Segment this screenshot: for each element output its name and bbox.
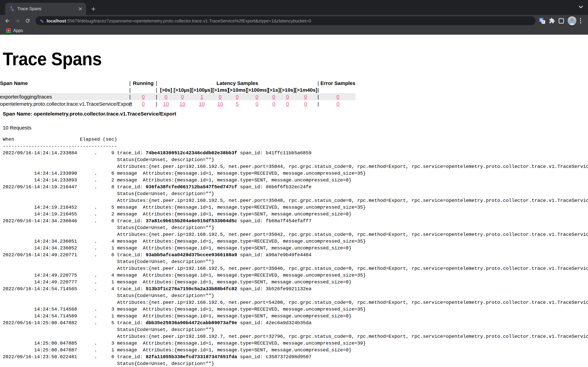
separator: | xyxy=(128,86,132,93)
trace-id: 74be418390512c42346cddb02e38bb3f xyxy=(146,150,237,156)
latency-count-cell: 0 xyxy=(280,93,295,100)
empty-cell xyxy=(132,86,155,93)
latency-count-link[interactable]: 0 xyxy=(304,94,307,100)
latency-count-cell: 0 xyxy=(295,100,316,107)
browser-menu-icon[interactable] xyxy=(580,18,581,24)
url-path: :55679/debug/tracez?zspanname=openteleme… xyxy=(66,18,311,23)
latency-count-cell: 0 xyxy=(228,93,246,100)
forward-button[interactable] xyxy=(13,16,22,25)
column-span-name: Span Name xyxy=(0,80,128,86)
latency-count-link[interactable]: 0 xyxy=(219,94,222,100)
latency-count-cell: 10 xyxy=(159,100,173,107)
column-latency-samples: Latency Samples xyxy=(159,80,316,86)
zpages-favicon xyxy=(9,6,14,11)
browser-toolbar: localhost:55679/debug/tracez?zspanname=o… xyxy=(0,15,588,26)
latency-count-link[interactable]: 0 xyxy=(256,101,259,107)
apps-bookmark[interactable]: Apps xyxy=(13,28,23,33)
browser-window: Trace Spans xyxy=(0,0,588,367)
latency-count-link[interactable]: 0 xyxy=(286,101,289,107)
tab-trace-spans[interactable]: Trace Spans xyxy=(5,3,86,15)
span-name: exporter/logging/traces xyxy=(0,93,128,100)
page-title: Trace Spans xyxy=(3,48,102,69)
selected-span-name: Span Name: opentelemetry.proto.collector… xyxy=(3,111,588,117)
latency-count-link[interactable]: 10 xyxy=(163,101,169,107)
tab-strip: Trace Spans xyxy=(0,0,588,15)
latency-bucket-label: [>10µs] xyxy=(173,86,191,93)
running-count-cell: 0 xyxy=(132,93,155,100)
latency-bucket-label: [>10s] xyxy=(280,86,295,93)
latency-count-link[interactable]: 0 xyxy=(256,94,259,100)
error-count-link[interactable]: 0 xyxy=(337,101,339,107)
extensions-puzzle-icon[interactable] xyxy=(549,18,555,24)
span-table-body: exporter/logging/traces|0|001000000|0ope… xyxy=(0,93,355,107)
latency-count-link[interactable]: 0 xyxy=(286,94,289,100)
latency-count-cell: 0 xyxy=(246,93,268,100)
span-name: opentelemetry.proto.collector.trace.v1.T… xyxy=(0,100,128,107)
latency-count-link[interactable]: 10 xyxy=(199,101,205,107)
latency-bucket-label: [>10ms] xyxy=(228,86,246,93)
latency-count-link[interactable]: 10 xyxy=(180,101,185,107)
url-bar[interactable]: localhost:55679/debug/tracez?zspanname=o… xyxy=(35,16,536,25)
back-button[interactable] xyxy=(3,16,12,25)
running-count-link[interactable]: 0 xyxy=(142,101,145,107)
latency-count-cell: 0 xyxy=(246,100,268,107)
separator: | xyxy=(155,86,159,93)
trace-id: 513b3f1c276a7159c5a2a33b88b4fc82 xyxy=(146,286,237,292)
latency-count-link[interactable]: 0 xyxy=(272,101,275,107)
tab-close-icon[interactable] xyxy=(77,6,83,12)
latency-count-cell: 10 xyxy=(173,100,191,107)
trace-id: 93abb5afcaa0428d37bccee9366188a9 xyxy=(146,252,237,258)
latency-count-cell: 1 xyxy=(191,93,212,100)
latency-bucket-label: [>0s] xyxy=(159,86,173,93)
error-count-link[interactable]: 0 xyxy=(337,94,339,100)
zpages-favicon xyxy=(39,18,44,23)
running-count-link[interactable]: 0 xyxy=(142,94,145,100)
page-content: Trace Spans Span Name | Running | Latenc… xyxy=(0,35,588,367)
separator: | xyxy=(128,80,132,86)
trace-id: 936fa38fcfed661712ba547f5ed747cf xyxy=(146,184,237,190)
separator: | xyxy=(155,80,159,86)
reload-button[interactable] xyxy=(23,16,32,25)
latency-count-link[interactable]: 0 xyxy=(304,101,307,107)
apps-grid-icon[interactable] xyxy=(6,28,11,33)
error-count-cell: 0 xyxy=(320,100,355,107)
latency-count-cell: 0 xyxy=(295,93,316,100)
latency-count-link[interactable]: 0 xyxy=(236,94,239,100)
tab-search-chevron-icon[interactable] xyxy=(579,5,583,8)
latency-count-cell: 0 xyxy=(268,93,280,100)
url-text: localhost:55679/debug/tracez?zspanname=o… xyxy=(47,18,311,23)
side-panel-icon[interactable] xyxy=(558,18,564,24)
column-running: Running xyxy=(132,80,155,86)
tab-title: Trace Spans xyxy=(17,7,77,11)
table-header-row: Span Name | Running | Latency Samples | … xyxy=(0,80,355,86)
latency-count-link[interactable]: 0 xyxy=(272,94,275,100)
latency-count-link[interactable]: 0 xyxy=(181,94,184,100)
profile-avatar[interactable] xyxy=(568,16,576,25)
latency-bucket-label: [>100µs] xyxy=(191,86,212,93)
separator: | xyxy=(316,80,320,86)
translate-icon[interactable]: G 文 xyxy=(539,17,545,24)
trace-id: 82fa11055b338efcd733187347651fda xyxy=(146,354,237,359)
latency-count-link[interactable]: 10 xyxy=(217,101,223,107)
span-row: exporter/logging/traces|0|001000000|0 xyxy=(0,93,355,100)
running-count-cell: 0 xyxy=(132,100,155,107)
trace-id: dbb35e25936a90b4472cabb89073af9e xyxy=(146,320,237,325)
latency-count-cell: 0 xyxy=(280,100,295,107)
latency-count-link[interactable]: 5 xyxy=(236,101,239,107)
span-summary-table: Span Name | Running | Latency Samples | … xyxy=(0,80,355,107)
new-tab-button[interactable] xyxy=(89,5,97,13)
latency-count-cell: 0 xyxy=(212,93,228,100)
latency-count-link[interactable]: 1 xyxy=(200,94,203,100)
separator: | xyxy=(155,100,159,107)
separator: | xyxy=(155,93,159,100)
trace-log: When Elapsed (sec) ---------------------… xyxy=(3,136,588,367)
separator: | xyxy=(316,93,320,100)
separator: | xyxy=(128,93,132,100)
latency-count-link[interactable]: 0 xyxy=(165,94,168,100)
latency-count-cell: 10 xyxy=(191,100,212,107)
latency-bucket-label: [>1ms] xyxy=(212,86,228,93)
svg-text:文: 文 xyxy=(542,20,545,24)
empty-cell xyxy=(0,86,128,93)
bucket-header-row: ||[>0s][>10µs][>100µs][>1ms][>10ms][>100… xyxy=(0,86,355,93)
toolbar-right-icons: G 文 xyxy=(539,16,585,25)
